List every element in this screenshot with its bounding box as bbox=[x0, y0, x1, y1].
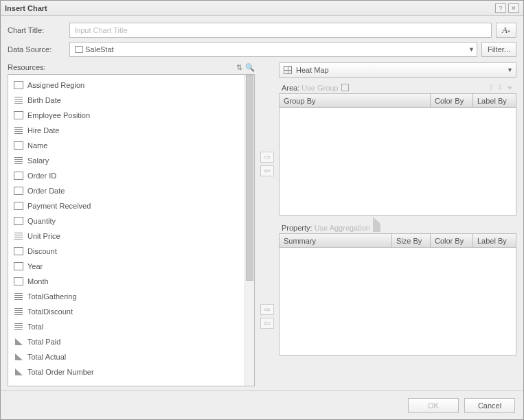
resource-label: Quantity bbox=[27, 217, 56, 225]
move-left-button-2[interactable]: ⇦ bbox=[260, 318, 274, 329]
field-icon bbox=[14, 217, 23, 225]
resource-item[interactable]: Total Actual bbox=[8, 349, 244, 364]
resources-label: Resources: bbox=[8, 63, 46, 71]
resource-item[interactable]: Year bbox=[8, 259, 244, 274]
resource-item[interactable]: Assigned Region bbox=[8, 78, 244, 93]
resource-label: Unit Price bbox=[27, 232, 60, 240]
resource-item[interactable]: Payment Received bbox=[8, 198, 244, 213]
resource-label: Payment Received bbox=[27, 202, 91, 210]
resource-item[interactable]: Order ID bbox=[8, 168, 244, 183]
field-icon bbox=[14, 202, 23, 210]
field-icon bbox=[14, 141, 23, 150]
resource-item[interactable]: Month bbox=[8, 274, 244, 289]
resource-item[interactable]: Order Date bbox=[8, 183, 244, 198]
resource-label: Hire Date bbox=[27, 126, 59, 135]
field-icon bbox=[14, 81, 23, 89]
list-icon bbox=[14, 96, 23, 104]
resource-item[interactable]: TotalDiscount bbox=[8, 304, 244, 319]
col-label-by[interactable]: Label By bbox=[473, 94, 516, 107]
cancel-button[interactable]: Cancel bbox=[464, 398, 515, 413]
col-label-by-2[interactable]: Label By bbox=[473, 234, 516, 247]
use-group-checkbox[interactable] bbox=[341, 84, 349, 91]
resource-label: Employee Position bbox=[27, 111, 90, 119]
resource-item[interactable]: Discount bbox=[8, 244, 244, 259]
title-bar: Insert Chart ? ✕ bbox=[1, 1, 523, 16]
resource-label: Assigned Region bbox=[27, 81, 84, 89]
font-style-button[interactable]: A▴ bbox=[496, 23, 516, 38]
sort-icon[interactable]: ⇅ bbox=[234, 62, 244, 72]
aggregation-icon bbox=[373, 224, 380, 232]
resource-item[interactable]: Total Paid bbox=[8, 334, 244, 349]
list-icon bbox=[14, 323, 23, 331]
field-icon bbox=[14, 111, 23, 119]
help-button[interactable]: ? bbox=[495, 3, 506, 13]
measure-icon bbox=[14, 338, 23, 346]
resource-label: Month bbox=[27, 277, 49, 285]
resource-label: Total Paid bbox=[27, 338, 60, 346]
resource-item[interactable]: Total bbox=[8, 319, 244, 334]
resource-item[interactable]: Birth Date bbox=[8, 93, 244, 108]
resource-item[interactable]: Total Order Number bbox=[8, 364, 244, 380]
chart-type-select[interactable]: Heat Map ▼ bbox=[279, 62, 516, 78]
area-label: Area: bbox=[282, 84, 299, 92]
list-icon bbox=[14, 292, 23, 301]
heatmap-icon bbox=[284, 66, 292, 74]
scrollbar-thumb[interactable] bbox=[246, 75, 253, 281]
move-down-icon[interactable]: ⇩ bbox=[497, 83, 503, 92]
window-title: Insert Chart bbox=[5, 4, 47, 12]
resource-label: Total bbox=[27, 323, 43, 331]
close-button[interactable]: ✕ bbox=[508, 3, 519, 13]
use-aggregation-label: Use Aggregation bbox=[315, 224, 370, 232]
area-grid-body[interactable] bbox=[280, 108, 516, 215]
search-icon[interactable]: 🔍 bbox=[245, 62, 255, 72]
resource-item[interactable]: Unit Price bbox=[8, 229, 244, 244]
resource-label: Order ID bbox=[27, 172, 56, 180]
move-right-button[interactable]: ⇨ bbox=[260, 152, 274, 163]
resource-item[interactable]: TotalGathering bbox=[8, 289, 244, 304]
field-icon bbox=[14, 277, 23, 285]
field-icon bbox=[14, 172, 23, 180]
measure-icon bbox=[14, 353, 23, 361]
list-icon bbox=[14, 126, 23, 135]
ok-button[interactable]: OK bbox=[408, 398, 459, 413]
resource-label: Total Order Number bbox=[27, 368, 94, 376]
property-grid-body[interactable] bbox=[280, 248, 516, 355]
data-source-label: Data Source: bbox=[8, 45, 69, 54]
move-left-button[interactable]: ⇦ bbox=[260, 165, 274, 176]
resource-item[interactable]: Hire Date bbox=[8, 123, 244, 138]
resource-label: TotalGathering bbox=[27, 292, 77, 301]
resource-label: Salary bbox=[27, 156, 49, 165]
area-grid: Group By Color By Label By bbox=[279, 93, 516, 215]
filter-button[interactable]: Filter... bbox=[481, 42, 516, 57]
dropdown-icon: ▼ bbox=[507, 67, 513, 73]
chart-title-input[interactable] bbox=[69, 23, 492, 38]
field-icon bbox=[14, 187, 23, 195]
resource-item[interactable]: Employee Position bbox=[8, 108, 244, 123]
resource-label: TotalDiscount bbox=[27, 307, 73, 316]
resource-item[interactable]: Name bbox=[8, 138, 244, 153]
col-summary[interactable]: Summary bbox=[280, 234, 392, 247]
resource-label: Year bbox=[27, 262, 43, 270]
resource-label: Name bbox=[27, 141, 47, 150]
move-up-icon[interactable]: ⇧ bbox=[488, 83, 494, 92]
resource-label: Total Actual bbox=[27, 353, 66, 361]
move-right-button-2[interactable]: ⇨ bbox=[260, 304, 274, 315]
list-icon bbox=[14, 156, 23, 165]
data-source-input[interactable] bbox=[69, 42, 477, 57]
list-icon bbox=[14, 232, 23, 240]
field-icon bbox=[14, 247, 23, 255]
scrollbar[interactable] bbox=[244, 75, 254, 386]
resources-list: Assigned RegionBirth DateEmployee Positi… bbox=[8, 74, 255, 386]
list-icon bbox=[14, 307, 23, 316]
col-color-by[interactable]: Color By bbox=[431, 94, 473, 107]
col-size-by[interactable]: Size By bbox=[392, 234, 431, 247]
col-group-by[interactable]: Group By bbox=[280, 94, 431, 107]
resource-item[interactable]: Salary bbox=[8, 153, 244, 168]
chart-type-value: Heat Map bbox=[296, 66, 329, 74]
resource-label: Order Date bbox=[27, 187, 65, 195]
resource-label: Discount bbox=[27, 247, 57, 255]
filter-icon[interactable]: ⏷ bbox=[506, 84, 514, 92]
resource-item[interactable]: Quantity bbox=[8, 213, 244, 229]
field-icon bbox=[14, 262, 23, 270]
col-color-by-2[interactable]: Color By bbox=[431, 234, 473, 247]
